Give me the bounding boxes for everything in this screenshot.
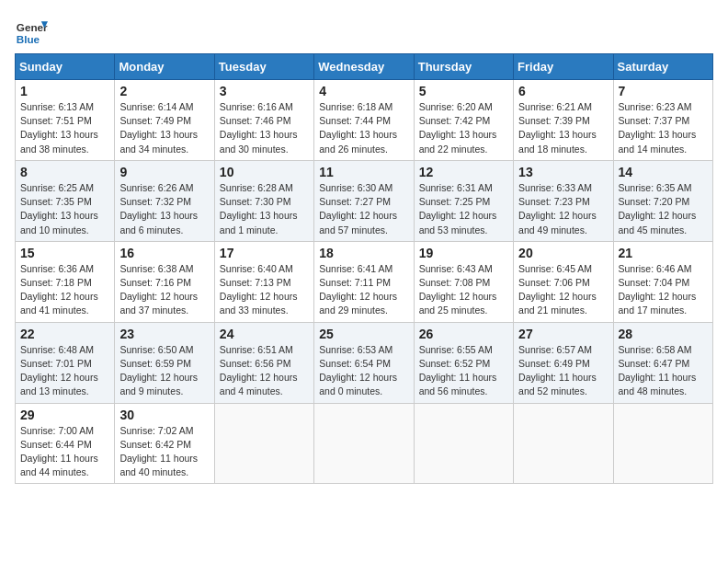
calendar-cell: 9 Sunrise: 6:26 AM Sunset: 7:32 PM Dayli… [115,160,214,241]
calendar-cell: 17 Sunrise: 6:40 AM Sunset: 7:13 PM Dayl… [214,241,313,322]
day-number: 18 [319,246,408,260]
day-info: Sunrise: 6:33 AM Sunset: 7:23 PM Dayligh… [518,181,608,237]
day-info: Sunrise: 6:20 AM Sunset: 7:42 PM Dayligh… [419,100,508,156]
day-number: 9 [119,165,209,179]
calendar-cell [613,403,712,484]
day-info: Sunrise: 6:35 AM Sunset: 7:20 PM Dayligh… [619,181,708,237]
day-info: Sunrise: 6:14 AM Sunset: 7:49 PM Dayligh… [119,100,209,156]
day-info: Sunrise: 6:23 AM Sunset: 7:37 PM Dayligh… [619,100,708,156]
calendar-cell: 4 Sunrise: 6:18 AM Sunset: 7:44 PM Dayli… [314,80,414,161]
day-number: 22 [20,327,109,341]
calendar-cell: 5 Sunrise: 6:20 AM Sunset: 7:42 PM Dayli… [414,80,513,161]
calendar-cell: 24 Sunrise: 6:51 AM Sunset: 6:56 PM Dayl… [214,322,313,403]
day-info: Sunrise: 6:21 AM Sunset: 7:39 PM Dayligh… [518,100,608,156]
calendar-cell: 22 Sunrise: 6:48 AM Sunset: 7:01 PM Dayl… [16,322,115,403]
calendar-cell: 19 Sunrise: 6:43 AM Sunset: 7:08 PM Dayl… [414,241,513,322]
svg-text:Blue: Blue [17,33,40,45]
day-info: Sunrise: 6:43 AM Sunset: 7:08 PM Dayligh… [419,262,508,318]
day-number: 24 [220,327,309,341]
day-info: Sunrise: 6:48 AM Sunset: 7:01 PM Dayligh… [20,343,109,399]
day-info: Sunrise: 6:40 AM Sunset: 7:13 PM Dayligh… [220,262,309,318]
day-number: 2 [119,84,209,98]
weekday-header: Saturday [613,54,712,80]
day-number: 13 [518,165,608,179]
calendar-cell: 3 Sunrise: 6:16 AM Sunset: 7:46 PM Dayli… [214,80,313,161]
day-info: Sunrise: 6:13 AM Sunset: 7:51 PM Dayligh… [20,100,109,156]
day-number: 8 [20,165,109,179]
calendar-week-row: 15 Sunrise: 6:36 AM Sunset: 7:18 PM Dayl… [16,241,713,322]
day-number: 15 [20,246,109,260]
day-number: 14 [619,165,708,179]
day-info: Sunrise: 6:45 AM Sunset: 7:06 PM Dayligh… [518,262,608,318]
weekday-header: Friday [514,54,613,80]
day-info: Sunrise: 6:25 AM Sunset: 7:35 PM Dayligh… [20,181,109,237]
calendar-cell: 7 Sunrise: 6:23 AM Sunset: 7:37 PM Dayli… [613,80,712,161]
calendar-cell: 15 Sunrise: 6:36 AM Sunset: 7:18 PM Dayl… [16,241,115,322]
logo: General Blue [15,15,48,48]
calendar-week-row: 1 Sunrise: 6:13 AM Sunset: 7:51 PM Dayli… [16,80,713,161]
day-number: 10 [220,165,309,179]
day-number: 25 [319,327,408,341]
day-number: 5 [419,84,508,98]
day-info: Sunrise: 6:38 AM Sunset: 7:16 PM Dayligh… [119,262,209,318]
day-number: 12 [419,165,508,179]
day-number: 16 [119,246,209,260]
day-number: 1 [20,84,109,98]
day-info: Sunrise: 6:18 AM Sunset: 7:44 PM Dayligh… [319,100,408,156]
calendar-week-row: 8 Sunrise: 6:25 AM Sunset: 7:35 PM Dayli… [16,160,713,241]
calendar-cell: 27 Sunrise: 6:57 AM Sunset: 6:49 PM Dayl… [514,322,613,403]
calendar-cell: 10 Sunrise: 6:28 AM Sunset: 7:30 PM Dayl… [214,160,313,241]
weekday-header: Wednesday [314,54,414,80]
calendar-cell: 21 Sunrise: 6:46 AM Sunset: 7:04 PM Dayl… [613,241,712,322]
day-number: 26 [419,327,508,341]
day-info: Sunrise: 6:50 AM Sunset: 6:59 PM Dayligh… [119,343,209,399]
calendar-cell: 11 Sunrise: 6:30 AM Sunset: 7:27 PM Dayl… [314,160,414,241]
day-info: Sunrise: 6:51 AM Sunset: 6:56 PM Dayligh… [220,343,309,399]
calendar-cell: 30 Sunrise: 7:02 AM Sunset: 6:42 PM Dayl… [115,403,214,484]
day-number: 11 [319,165,408,179]
calendar-cell: 25 Sunrise: 6:53 AM Sunset: 6:54 PM Dayl… [314,322,414,403]
day-info: Sunrise: 6:16 AM Sunset: 7:46 PM Dayligh… [220,100,309,156]
calendar-cell: 28 Sunrise: 6:58 AM Sunset: 6:47 PM Dayl… [613,322,712,403]
day-info: Sunrise: 6:30 AM Sunset: 7:27 PM Dayligh… [319,181,408,237]
day-number: 21 [619,246,708,260]
calendar-week-row: 29 Sunrise: 7:00 AM Sunset: 6:44 PM Dayl… [16,403,713,484]
day-info: Sunrise: 6:55 AM Sunset: 6:52 PM Dayligh… [419,343,508,399]
calendar-cell: 29 Sunrise: 7:00 AM Sunset: 6:44 PM Dayl… [16,403,115,484]
logo-icon: General Blue [15,15,48,48]
calendar-cell: 14 Sunrise: 6:35 AM Sunset: 7:20 PM Dayl… [613,160,712,241]
calendar-cell: 12 Sunrise: 6:31 AM Sunset: 7:25 PM Dayl… [414,160,513,241]
day-number: 23 [119,327,209,341]
day-info: Sunrise: 6:31 AM Sunset: 7:25 PM Dayligh… [419,181,508,237]
day-info: Sunrise: 7:00 AM Sunset: 6:44 PM Dayligh… [20,424,109,480]
calendar-table: SundayMondayTuesdayWednesdayThursdayFrid… [15,53,713,484]
day-number: 30 [119,408,209,422]
day-number: 17 [220,246,309,260]
weekday-header: Monday [115,54,214,80]
calendar-cell: 16 Sunrise: 6:38 AM Sunset: 7:16 PM Dayl… [115,241,214,322]
day-info: Sunrise: 6:41 AM Sunset: 7:11 PM Dayligh… [319,262,408,318]
day-info: Sunrise: 6:26 AM Sunset: 7:32 PM Dayligh… [119,181,209,237]
day-info: Sunrise: 6:53 AM Sunset: 6:54 PM Dayligh… [319,343,408,399]
page-header: General Blue [15,15,713,48]
day-info: Sunrise: 6:58 AM Sunset: 6:47 PM Dayligh… [619,343,708,399]
day-number: 29 [20,408,109,422]
day-number: 3 [220,84,309,98]
calendar-week-row: 22 Sunrise: 6:48 AM Sunset: 7:01 PM Dayl… [16,322,713,403]
day-number: 20 [518,246,608,260]
calendar-cell: 8 Sunrise: 6:25 AM Sunset: 7:35 PM Dayli… [16,160,115,241]
weekday-header: Tuesday [214,54,313,80]
calendar-cell: 20 Sunrise: 6:45 AM Sunset: 7:06 PM Dayl… [514,241,613,322]
calendar-cell: 6 Sunrise: 6:21 AM Sunset: 7:39 PM Dayli… [514,80,613,161]
calendar-cell [314,403,414,484]
calendar-cell [414,403,513,484]
calendar-cell [214,403,313,484]
day-number: 7 [619,84,708,98]
day-number: 27 [518,327,608,341]
day-number: 19 [419,246,508,260]
day-info: Sunrise: 6:28 AM Sunset: 7:30 PM Dayligh… [220,181,309,237]
weekday-header: Sunday [16,54,115,80]
day-info: Sunrise: 7:02 AM Sunset: 6:42 PM Dayligh… [119,424,209,480]
calendar-cell: 1 Sunrise: 6:13 AM Sunset: 7:51 PM Dayli… [16,80,115,161]
day-number: 6 [518,84,608,98]
